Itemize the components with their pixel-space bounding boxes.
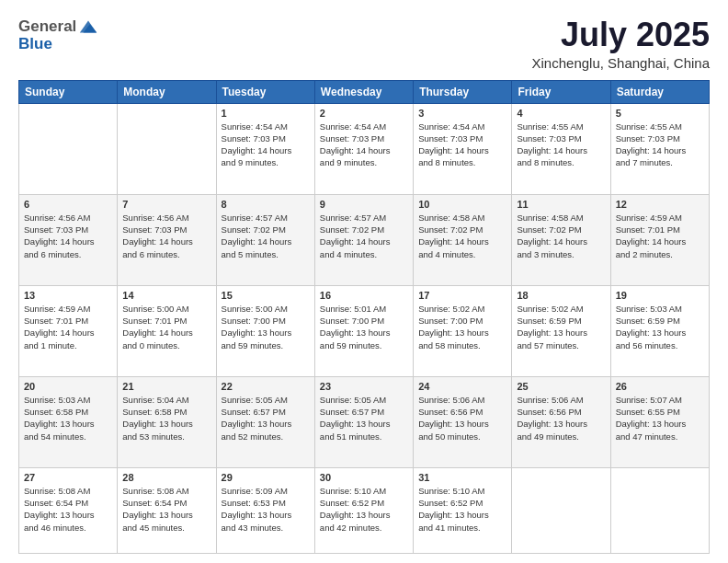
- day-info-line: Sunrise: 5:01 AM: [320, 303, 408, 315]
- day-info-line: and 8 minutes.: [517, 156, 605, 168]
- day-info-line: and 45 minutes.: [122, 522, 210, 534]
- day-number: 3: [418, 108, 506, 119]
- calendar-cell: 11Sunrise: 4:58 AMSunset: 7:02 PMDayligh…: [512, 194, 610, 285]
- day-number: 4: [517, 108, 605, 119]
- calendar-cell: 30Sunrise: 5:10 AMSunset: 6:52 PMDayligh…: [314, 467, 413, 553]
- day-info-line: Daylight: 13 hours: [222, 509, 310, 521]
- day-number: 20: [24, 381, 112, 392]
- day-info-line: Sunrise: 4:56 AM: [122, 212, 210, 224]
- calendar-header-monday: Monday: [118, 80, 216, 103]
- day-info-line: Sunrise: 5:10 AM: [320, 485, 408, 497]
- day-info-line: Sunset: 6:54 PM: [24, 497, 112, 509]
- calendar-cell: 29Sunrise: 5:09 AMSunset: 6:53 PMDayligh…: [216, 467, 314, 553]
- calendar-week-row: 20Sunrise: 5:03 AMSunset: 6:58 PMDayligh…: [19, 376, 710, 467]
- day-info-line: and 0 minutes.: [122, 339, 210, 351]
- day-info-line: Sunrise: 5:02 AM: [517, 303, 605, 315]
- day-info-line: Sunset: 7:01 PM: [616, 224, 704, 236]
- day-info-line: Sunrise: 5:07 AM: [616, 394, 704, 406]
- title-block: July 2025 Xinchenglu, Shanghai, China: [532, 17, 710, 71]
- logo-blue-text: Blue: [18, 35, 98, 53]
- calendar-cell: 13Sunrise: 4:59 AMSunset: 7:01 PMDayligh…: [19, 285, 118, 376]
- day-info-line: Daylight: 14 hours: [418, 144, 506, 156]
- calendar-week-row: 27Sunrise: 5:08 AMSunset: 6:54 PMDayligh…: [19, 467, 710, 553]
- day-number: 24: [418, 381, 506, 392]
- page: General Blue July 2025 Xinchenglu, Shang…: [0, 0, 728, 563]
- day-info-line: Daylight: 13 hours: [616, 327, 704, 339]
- day-info-line: Daylight: 13 hours: [24, 418, 112, 430]
- day-number: 18: [517, 290, 605, 301]
- calendar-header-tuesday: Tuesday: [216, 80, 314, 103]
- calendar-cell: 4Sunrise: 4:55 AMSunset: 7:03 PMDaylight…: [512, 103, 610, 194]
- day-info-line: Sunrise: 5:02 AM: [418, 303, 506, 315]
- day-number: 9: [320, 199, 408, 210]
- day-info-line: Daylight: 13 hours: [320, 418, 408, 430]
- day-info-line: Sunset: 6:54 PM: [122, 497, 210, 509]
- day-info-line: Sunset: 6:57 PM: [320, 406, 408, 418]
- day-info-line: and 9 minutes.: [320, 156, 408, 168]
- day-info-line: Daylight: 13 hours: [517, 418, 605, 430]
- day-info-line: and 1 minute.: [24, 339, 112, 351]
- day-info-line: and 50 minutes.: [418, 431, 506, 442]
- calendar-cell: 24Sunrise: 5:06 AMSunset: 6:56 PMDayligh…: [414, 376, 512, 467]
- calendar-header-friday: Friday: [512, 80, 610, 103]
- day-info-line: Sunrise: 5:00 AM: [122, 303, 210, 315]
- day-info-line: Sunrise: 5:03 AM: [24, 394, 112, 406]
- day-info-line: Daylight: 14 hours: [517, 236, 605, 247]
- day-info-line: Sunset: 6:58 PM: [24, 406, 112, 418]
- day-info-line: Sunset: 7:00 PM: [222, 315, 310, 327]
- location: Xinchenglu, Shanghai, China: [532, 55, 710, 71]
- day-info-line: and 49 minutes.: [517, 431, 605, 442]
- day-info-line: Sunrise: 4:58 AM: [418, 212, 506, 224]
- header: General Blue July 2025 Xinchenglu, Shang…: [18, 17, 710, 71]
- day-number: 2: [320, 108, 408, 119]
- day-info-line: Sunset: 7:02 PM: [320, 224, 408, 236]
- day-info-line: Sunset: 7:03 PM: [24, 224, 112, 236]
- day-info-line: and 5 minutes.: [222, 248, 310, 260]
- day-info-line: Daylight: 14 hours: [616, 144, 704, 156]
- day-info-line: Sunrise: 4:55 AM: [616, 121, 704, 132]
- day-number: 26: [616, 381, 704, 392]
- day-info-line: and 51 minutes.: [320, 431, 408, 442]
- day-info-line: Daylight: 13 hours: [24, 509, 112, 521]
- day-number: 7: [122, 199, 210, 210]
- calendar-cell: 27Sunrise: 5:08 AMSunset: 6:54 PMDayligh…: [19, 467, 118, 553]
- day-info-line: Daylight: 13 hours: [222, 327, 310, 339]
- calendar-header-row: SundayMondayTuesdayWednesdayThursdayFrid…: [19, 80, 710, 103]
- calendar-week-row: 6Sunrise: 4:56 AMSunset: 7:03 PMDaylight…: [19, 194, 710, 285]
- day-info-line: and 57 minutes.: [517, 339, 605, 351]
- day-info-line: Daylight: 13 hours: [320, 509, 408, 521]
- day-number: 16: [320, 290, 408, 301]
- calendar-cell: [118, 103, 216, 194]
- calendar-cell: 5Sunrise: 4:55 AMSunset: 7:03 PMDaylight…: [610, 103, 709, 194]
- day-info-line: Sunset: 7:01 PM: [24, 315, 112, 327]
- day-info-line: Sunset: 7:03 PM: [517, 132, 605, 144]
- day-info-line: Sunset: 6:57 PM: [222, 406, 310, 418]
- calendar-week-row: 1Sunrise: 4:54 AMSunset: 7:03 PMDaylight…: [19, 103, 710, 194]
- calendar-cell: 18Sunrise: 5:02 AMSunset: 6:59 PMDayligh…: [512, 285, 610, 376]
- day-info-line: and 47 minutes.: [616, 431, 704, 442]
- day-info-line: Sunrise: 4:56 AM: [24, 212, 112, 224]
- day-info-line: and 53 minutes.: [122, 431, 210, 442]
- day-number: 13: [24, 290, 112, 301]
- day-info-line: Sunrise: 5:08 AM: [24, 485, 112, 497]
- day-info-line: Sunrise: 4:59 AM: [616, 212, 704, 224]
- logo-icon: [78, 17, 98, 37]
- day-number: 30: [320, 472, 408, 483]
- day-info-line: Daylight: 14 hours: [122, 236, 210, 247]
- day-info-line: and 42 minutes.: [320, 522, 408, 534]
- day-info-line: Sunset: 7:00 PM: [418, 315, 506, 327]
- logo-general-text: General: [18, 17, 76, 36]
- day-info-line: Daylight: 13 hours: [122, 509, 210, 521]
- day-info-line: Sunrise: 5:06 AM: [517, 394, 605, 406]
- calendar-week-row: 13Sunrise: 4:59 AMSunset: 7:01 PMDayligh…: [19, 285, 710, 376]
- day-info-line: Sunset: 7:03 PM: [122, 224, 210, 236]
- day-number: 17: [418, 290, 506, 301]
- day-info-line: Daylight: 13 hours: [418, 327, 506, 339]
- day-info-line: Sunset: 7:00 PM: [320, 315, 408, 327]
- day-info-line: Sunrise: 4:57 AM: [320, 212, 408, 224]
- day-info-line: Sunrise: 4:58 AM: [517, 212, 605, 224]
- calendar-cell: 22Sunrise: 5:05 AMSunset: 6:57 PMDayligh…: [216, 376, 314, 467]
- day-number: 10: [418, 199, 506, 210]
- day-info-line: Daylight: 14 hours: [320, 144, 408, 156]
- day-info-line: Daylight: 13 hours: [418, 418, 506, 430]
